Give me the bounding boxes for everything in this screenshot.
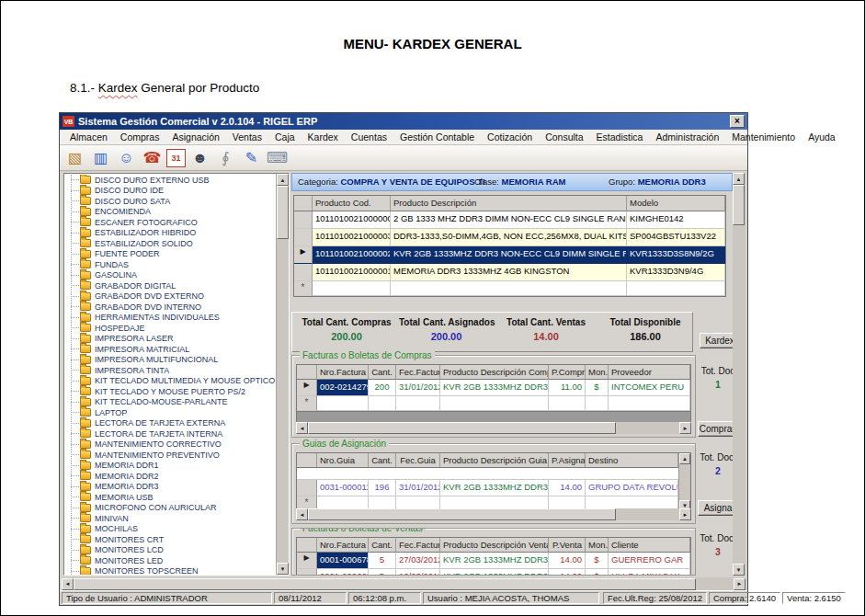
col-fec-factura[interactable]: Fec.Factura (396, 538, 440, 553)
tree-item[interactable]: LECTORA DE TARJETA INTERNA (64, 428, 276, 439)
tree-item[interactable]: MONITORES TOPSCREEN (64, 566, 276, 576)
tree-item[interactable]: GRABADOR DVD EXTERNO (64, 291, 276, 302)
tree-item[interactable]: KIT TECLADO-MOUSE-PARLANTE (64, 397, 276, 408)
menu-item[interactable]: Cotización (481, 131, 539, 143)
menu-item[interactable]: Ventas (226, 131, 268, 143)
fec-factura-cell[interactable]: 27/03/2012 (396, 553, 440, 569)
desc-cell[interactable]: KVR 2GB 1333MHZ DDR3 NON-E... (440, 569, 549, 576)
row-selector[interactable] (294, 229, 313, 246)
row-selector[interactable] (294, 264, 313, 281)
tree-item[interactable]: ESTABILIZADOR SOLIDO (64, 238, 276, 249)
scroll-thumb[interactable] (308, 422, 616, 434)
cuentas-person-icon[interactable]: ☻ (188, 147, 211, 169)
fec-guia-cell[interactable]: 31/01/2012 (396, 480, 440, 496)
tree-item[interactable]: MONITORES LED (64, 555, 276, 566)
nro-factura-cell[interactable]: 0001-000678 (317, 553, 369, 569)
product-row[interactable]: 1011010021000003 DDR3-1333,S0-DIMM,4GB, … (294, 229, 725, 246)
tree-item[interactable]: KIT TECLADO MULTIMEDIA Y MOUSE OPTICO PL (64, 376, 276, 387)
mon-cell[interactable]: $ (586, 553, 609, 569)
nro-factura-cell[interactable]: 002-0214279 (317, 380, 369, 396)
destino-cell[interactable]: GRUPO DATA REVOLU (586, 480, 678, 496)
nro-guia-cell[interactable]: 0031-000011 (317, 480, 369, 496)
caja-calendar-icon[interactable]: 31 (166, 149, 186, 167)
col-mon[interactable]: Mon. (586, 365, 609, 380)
tree-item[interactable]: LAPTOP (64, 407, 276, 418)
tree-item[interactable]: KIT TECLADO Y MOUSE PUERTO PS/2 (64, 386, 276, 397)
mon-cell[interactable]: $ (586, 380, 609, 396)
menu-item[interactable]: Consulta (539, 131, 589, 143)
menu-item[interactable]: Gestión Contable (393, 131, 481, 143)
tree-item[interactable]: DISCO DURO SATA (64, 196, 276, 207)
tree-item[interactable]: MEMORIA DDR3 (64, 482, 276, 493)
menu-item[interactable]: Ayuda (802, 131, 842, 143)
scroll-thumb[interactable] (277, 186, 289, 239)
col-p-compra[interactable]: P.Compra (549, 365, 586, 380)
menu-item[interactable]: Asignación (165, 131, 225, 143)
tree-item[interactable]: LECTORA DE TARJETA EXTERNA (64, 418, 276, 429)
compras-basket-icon[interactable]: ▥ (89, 147, 112, 169)
col-nro-factura[interactable]: Nro.Factura (317, 538, 369, 553)
producto-desc-cell[interactable]: 2 GB 1333 MHZ DDR3 DIMM NON-ECC CL9 SING… (391, 211, 627, 229)
almacen-box-icon[interactable]: ▧ (63, 147, 86, 169)
clipboard-pencil-icon[interactable]: ✎ (240, 147, 263, 169)
fec-factura-cell[interactable]: 16/03/2012 (396, 569, 440, 576)
tree-item[interactable]: MONITORES LCD (64, 545, 276, 556)
col-nro-factura[interactable]: Nro.Factura (317, 365, 369, 380)
producto-cod-cell[interactable]: 1011010021000003 (313, 229, 391, 246)
tree-item[interactable]: IMPRESORA TINTA (64, 365, 276, 376)
row-selector[interactable] (297, 569, 317, 576)
main-hscrollbar[interactable]: ◄ ► (62, 577, 745, 590)
row-selector[interactable]: ▶ (294, 246, 313, 264)
asigna-vscrollbar[interactable]: ▲ ▼ (678, 453, 690, 511)
menu-item[interactable]: Caja (268, 131, 302, 143)
tree-item[interactable]: FUNDAS (64, 259, 276, 270)
menu-item[interactable]: Administración (649, 131, 725, 143)
menu-item[interactable]: Compras (114, 131, 166, 143)
asigna-row[interactable]: 0031-000011 196 31/01/2012 KVR 2GB 1333M… (297, 480, 690, 496)
tree-item[interactable]: MEMORIA USB (64, 492, 276, 503)
tree-item[interactable]: MINIVAN (64, 513, 276, 524)
modelo-cell[interactable]: KVR1333D3S8N9/2G (627, 246, 725, 264)
tree-item[interactable]: IMPRESORA MULTIFUNCIONAL (64, 355, 276, 366)
asignacion-worker-icon[interactable]: ☺ (115, 147, 138, 169)
tree-item[interactable]: GRABADOR DIGITAL (64, 280, 276, 291)
fec-factura-cell[interactable]: 31/01/2012 (396, 380, 440, 396)
col-producto-desc[interactable]: Producto Descripción (391, 196, 627, 211)
compras-row[interactable]: ▶ 002-0214279 200 31/01/2012 KVR 2GB 133… (297, 380, 690, 396)
menu-item[interactable]: Cuentas (345, 131, 393, 143)
scroll-right-icon[interactable]: ► (679, 508, 691, 520)
cliente-cell[interactable]: ULLOA MIYASAK (609, 569, 690, 576)
row-selector[interactable] (297, 480, 317, 496)
tree-item[interactable]: ESCANER FOTOGRAFICO (64, 217, 276, 228)
tree-item[interactable]: IMPRESORA LASER (64, 334, 276, 345)
row-selector[interactable] (294, 211, 313, 229)
mon-cell[interactable]: $ (586, 569, 609, 576)
proveedor-cell[interactable]: INTCOMEX PERU (609, 380, 690, 396)
tree-item[interactable]: DISCO DURO IDE (64, 186, 276, 197)
producto-cod-cell[interactable]: 1011010021000002 (313, 246, 391, 264)
scroll-down-icon[interactable]: ▼ (277, 563, 289, 575)
cant-cell[interactable]: 196 (369, 480, 396, 496)
producto-desc-cell[interactable]: MEMORIA DDR3 1333MHZ 4GB KINGSTON (391, 264, 627, 281)
ventas-phone-icon[interactable]: ☎ (141, 147, 164, 169)
col-cant[interactable]: Cant. (369, 365, 396, 380)
tree-item[interactable]: MANTENIMIENTO PREVENTIVO (64, 450, 276, 461)
scroll-up-icon[interactable]: ▲ (733, 173, 745, 185)
paperclip-icon[interactable]: ∮ (214, 147, 237, 169)
asigna-hscrollbar[interactable]: ◄ ► (296, 508, 691, 520)
compras-hscrollbar[interactable]: ◄ ► (296, 422, 691, 434)
tree-scrollbar[interactable]: ▲ ▼ (276, 174, 289, 575)
scroll-thumb[interactable] (308, 508, 616, 520)
product-row[interactable]: 1011010021000000 2 GB 1333 MHZ DDR3 DIMM… (294, 211, 725, 229)
nro-factura-cell[interactable]: 0001-000668 (317, 569, 369, 576)
tree-item[interactable]: ESTABILIZADOR HIBRIDO (64, 228, 276, 239)
col-proveedor[interactable]: Proveedor (609, 365, 690, 380)
tree-item[interactable]: MEMORIA DDR1 (64, 461, 276, 472)
menu-item[interactable]: Estadistica (590, 131, 650, 143)
col-destino[interactable]: Destino (586, 453, 678, 468)
cant-cell[interactable]: 5 (369, 553, 396, 569)
tree-item[interactable]: GASOLINA (64, 270, 276, 281)
row-selector[interactable]: ▶ (297, 380, 317, 396)
scroll-up-icon[interactable]: ▲ (277, 174, 289, 186)
col-p-asigna[interactable]: P.Asigna (549, 453, 586, 468)
